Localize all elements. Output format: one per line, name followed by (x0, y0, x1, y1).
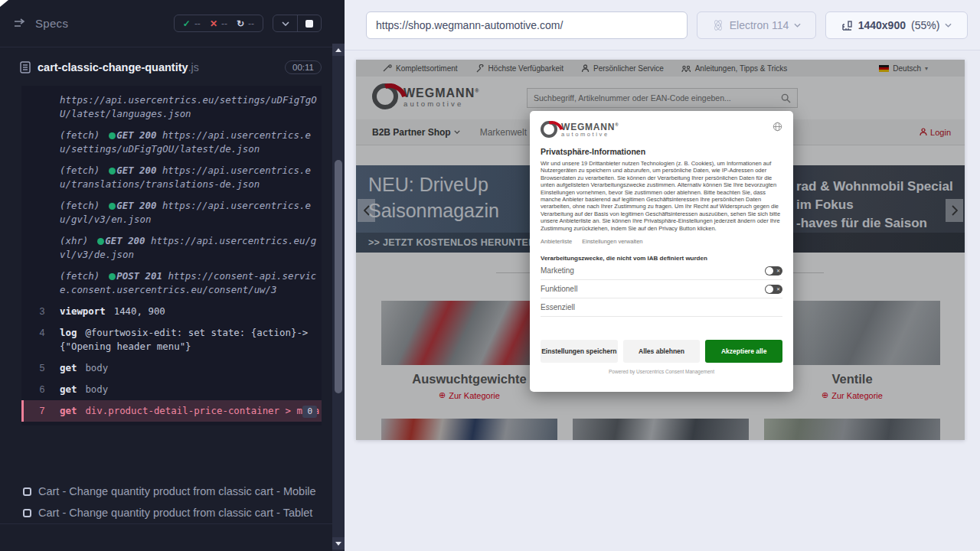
consent-title: Privatsphäre-Informationen (541, 147, 782, 156)
consent-body: Wir und unsere 19 Drittanbieter nutzen T… (541, 160, 782, 232)
electron-icon (712, 19, 724, 31)
pending-test-icon (23, 487, 31, 496)
save-settings-button[interactable]: Einstellungen speichern (541, 340, 618, 363)
spec-file-row[interactable]: cart-classic-change-quantity.js 00:11 (0, 54, 332, 81)
failed-stat: ✕-- (210, 18, 227, 29)
network-log-row[interactable]: (fetch)GET 200 https://api.usercentrics.… (21, 195, 322, 230)
scroll-down-button[interactable] (332, 537, 345, 549)
logo-ring-icon (541, 121, 557, 138)
consent-footer: Powered by Usercentrics Consent Manageme… (541, 369, 782, 374)
command-log: https://api.usercentrics.eu/settings/uDF… (21, 86, 322, 425)
pending-tests: Cart - Change quantity product from clas… (0, 481, 332, 523)
divider (0, 523, 332, 524)
success-dot-icon (97, 238, 104, 245)
scrollbar-thumb[interactable] (335, 160, 342, 393)
functional-toggle[interactable] (765, 285, 782, 294)
pending-test-title: Cart - Change quantity product from clas… (38, 485, 316, 497)
match-count-badge: 0 (302, 406, 317, 418)
command-row-get[interactable]: 5 getbody (21, 357, 322, 379)
browser-select[interactable]: Electron 114 (697, 11, 816, 39)
deny-all-button[interactable]: Alles ablehnen (623, 340, 701, 363)
network-log-row[interactable]: (fetch)GET 200 https://api.usercentrics.… (21, 160, 322, 195)
pending-test-title: Cart - Change quantity product from clas… (38, 507, 312, 519)
stop-icon (305, 20, 313, 28)
globe-language-icon[interactable] (773, 122, 782, 132)
triangle-down-icon (335, 542, 341, 546)
purpose-row-essenziell: Essenziell (541, 298, 782, 317)
runner-topbar: Electron 114 1440x900 (55%) (345, 0, 980, 51)
chevron-down-icon (794, 23, 801, 28)
purpose-row-funktionell: Funktionell (541, 280, 782, 298)
chevron-down-icon (945, 23, 952, 28)
specs-list-toggle-icon[interactable] (14, 18, 28, 29)
browser-label: Electron 114 (730, 19, 789, 31)
network-log-row[interactable]: https://api.usercentrics.eu/settings/uDF… (21, 90, 322, 125)
specs-title: Specs (35, 17, 68, 30)
toggle-knob (766, 267, 773, 275)
chevron-down-icon (282, 21, 289, 26)
vendor-list-link[interactable]: Anbieterliste (541, 238, 572, 245)
sidebar-header: Specs ✓-- ✕-- ↻-- (0, 0, 332, 47)
marketing-toggle[interactable] (765, 266, 782, 276)
collapse-button[interactable] (273, 15, 297, 31)
spec-name: cart-classic-change-quantity (38, 61, 188, 73)
scroll-up-button[interactable] (332, 44, 345, 56)
network-log-row[interactable]: (fetch)GET 200 https://api.usercentrics.… (21, 125, 322, 160)
manage-settings-link[interactable]: Einstellungen verwalten (582, 238, 642, 245)
network-log-row[interactable]: (xhr)GET 200 https://api.usercentrics.eu… (21, 230, 322, 266)
stop-button[interactable] (297, 15, 321, 31)
success-dot-icon (109, 203, 116, 210)
viewport-size-select[interactable]: 1440x900 (55%) (825, 11, 968, 39)
ruler-icon (841, 20, 853, 31)
spec-duration-badge: 00:11 (285, 60, 322, 74)
viewport-size-label: 1440x900 (858, 19, 906, 31)
pending-icon: ↻ (237, 18, 244, 29)
command-row-viewport[interactable]: 3 viewport1440, 900 (21, 301, 322, 322)
success-dot-icon (109, 168, 116, 174)
pending-stat: ↻-- (237, 18, 254, 29)
command-row-log[interactable]: 4 log@fourtwosix-edit: set state: {actio… (21, 322, 322, 357)
network-log-row[interactable]: (fetch)POST 201 https://consent-api.serv… (21, 266, 322, 301)
purpose-row-marketing: Marketing (541, 262, 782, 280)
command-row-get[interactable]: 6 getbody (21, 379, 322, 400)
failed-icon: ✕ (210, 18, 217, 29)
consent-brand-logo: WEGMANN® automotive (541, 120, 619, 138)
runner-controls (273, 15, 322, 32)
triangle-up-icon (335, 48, 341, 52)
pending-test-row[interactable]: Cart - Change quantity product from clas… (0, 502, 332, 523)
accept-all-button[interactable]: Akzeptiere alle (705, 340, 782, 363)
spec-file-icon (20, 61, 31, 73)
passed-stat: ✓-- (183, 18, 201, 29)
viewport-zoom-label: (55%) (911, 19, 939, 31)
spec-ext: .js (188, 61, 199, 73)
app-preview: Komplettsortiment Höchste Verfügbarkeit … (356, 60, 965, 440)
cookie-consent-dialog: WEGMANN® automotive Privatsphäre-Informa… (530, 111, 793, 392)
success-dot-icon (109, 273, 116, 280)
sidebar-scrollbar[interactable] (332, 44, 345, 551)
passed-icon: ✓ (183, 18, 191, 29)
toggle-knob (766, 285, 773, 293)
test-runner-sidebar: Specs ✓-- ✕-- ↻-- cart-classic-change-qu… (0, 0, 345, 551)
corner-artifact (0, 0, 8, 7)
test-stats: ✓-- ✕-- ↻-- (174, 15, 263, 32)
success-dot-icon (109, 132, 116, 139)
command-row-get-active[interactable]: 7 getdiv.product-detail-price-container … (21, 400, 322, 422)
url-input[interactable] (366, 11, 688, 39)
consent-section-title: Verarbeitungszwecke, die nicht vom IAB d… (541, 255, 782, 262)
pending-test-icon (23, 509, 31, 517)
runner-main-area: Electron 114 1440x900 (55%) Komplettsort… (345, 0, 980, 551)
pending-test-row[interactable]: Cart - Change quantity product from clas… (0, 481, 332, 502)
